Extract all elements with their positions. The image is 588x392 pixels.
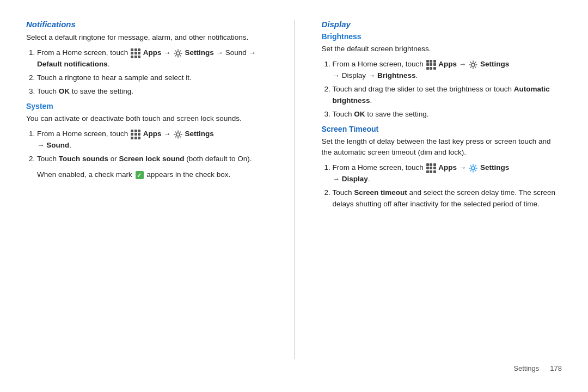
system-note: When enabled, a check mark appears in th…: [37, 169, 267, 180]
apps-grid-icon-4: [426, 163, 436, 173]
columns-container: Notifications Select a default ringtone …: [26, 20, 562, 359]
column-divider: [294, 20, 295, 359]
apps-grid-icon: [131, 48, 140, 58]
screen-timeout-steps: From a Home screen, touch Apps →: [333, 162, 562, 210]
notifications-title: Notifications: [26, 20, 267, 29]
screen-timeout-step-2: Touch Screen timeout and select the scre…: [333, 187, 562, 210]
page: Notifications Select a default ringtone …: [0, 0, 588, 392]
settings-gear-icon-1: [174, 49, 182, 58]
system-step-2: Touch Touch sounds or Screen lock sound …: [37, 154, 267, 165]
brightness-step-3: Touch OK to save the setting.: [333, 109, 562, 120]
brightness-section: Brightness Set the default screen bright…: [322, 32, 562, 125]
arrow-1: →: [163, 48, 173, 57]
brightness-steps: From a Home screen, touch Apps →: [333, 59, 562, 120]
svg-point-3: [471, 167, 475, 170]
screen-timeout-step-1: From a Home screen, touch Apps →: [333, 162, 562, 185]
apps-label-1: Apps: [143, 48, 164, 57]
footer-page: 178: [550, 364, 562, 372]
brightness-step-1: From a Home screen, touch Apps →: [333, 59, 562, 82]
display-title: Display: [322, 20, 562, 29]
apps-grid-icon-2: [131, 130, 140, 139]
notifications-steps: From a Home screen, touch Apps →: [37, 47, 267, 97]
footer-label: Settings: [513, 364, 539, 372]
step1-text-before: From a Home screen, touch: [37, 48, 130, 57]
right-column: Display Brightness Set the default scree…: [322, 20, 562, 359]
screen-timeout-section: Screen Timeout Set the length of delay b…: [322, 125, 562, 215]
notifications-step-1: From a Home screen, touch Apps →: [37, 47, 267, 70]
path-1: → Sound →: [216, 48, 256, 57]
svg-point-1: [176, 133, 180, 136]
system-step-1: From a Home screen, touch Apps →: [37, 128, 267, 151]
notifications-step-3: Touch OK to save the setting.: [37, 86, 267, 97]
notifications-step-2: Touch a ringtone to hear a sample and se…: [37, 72, 267, 84]
system-steps: From a Home screen, touch Apps →: [37, 128, 267, 165]
system-section: System You can activate or deactivate bo…: [26, 102, 267, 180]
notifications-desc: Select a default ringtone for message, a…: [26, 32, 267, 43]
brightness-desc: Set the default screen brightness.: [322, 44, 562, 54]
brightness-step-2: Touch and drag the slider to set the bri…: [333, 84, 562, 107]
checkmark-icon: [136, 171, 144, 179]
screen-timeout-desc: Set the length of delay between the last…: [322, 136, 562, 158]
system-title: System: [26, 102, 267, 111]
settings-label-1: Settings: [185, 48, 213, 57]
settings-gear-icon-2: [174, 130, 182, 139]
footer: Settings 178: [26, 359, 562, 372]
svg-point-0: [176, 52, 180, 55]
notifications-section: Notifications Select a default ringtone …: [26, 20, 267, 102]
svg-point-2: [471, 63, 475, 66]
settings-gear-icon-4: [469, 164, 477, 173]
apps-grid-icon-3: [426, 60, 436, 70]
brightness-title: Brightness: [322, 32, 562, 41]
default-notif-label: Default notifications: [37, 60, 108, 68]
system-desc: You can activate or deactivate both touc…: [26, 113, 267, 124]
screen-timeout-title: Screen Timeout: [322, 125, 562, 133]
settings-gear-icon-3: [469, 60, 477, 69]
left-column: Notifications Select a default ringtone …: [26, 20, 267, 359]
